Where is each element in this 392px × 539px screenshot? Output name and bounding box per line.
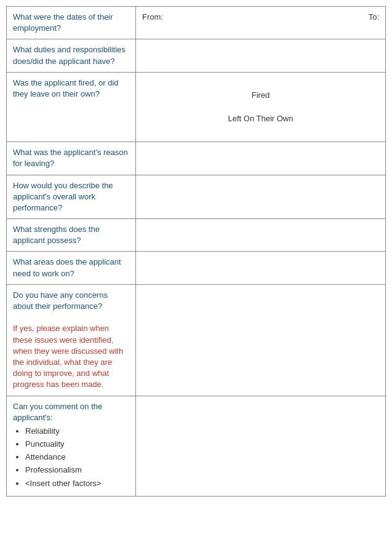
row-areas-improve: What areas does the applicant need to wo… <box>7 252 386 284</box>
question-reason-leaving: What was the applicant's reason for leav… <box>7 142 136 175</box>
question-areas-improve: What areas does the applicant need to wo… <box>7 252 136 284</box>
row-employment-dates: What were the dates of their employment?… <box>7 7 386 39</box>
to-label: To: <box>369 12 379 23</box>
answer-concerns <box>136 284 386 396</box>
comment-question: Can you comment on the applicant's: <box>13 402 102 422</box>
question-duties: What duties and responsibilities does/di… <box>7 39 136 72</box>
answer-duties <box>136 39 386 72</box>
from-label: From: <box>142 12 163 23</box>
answer-areas-improve <box>136 252 386 284</box>
answer-comment <box>136 396 386 496</box>
answer-work-performance <box>136 175 386 219</box>
bullet-professionalism: Professionalism <box>25 465 129 476</box>
question-fired-or-left: Was the applicant fired, or did they lea… <box>7 72 136 142</box>
from-to-container: From: To: <box>142 12 379 23</box>
comment-bullet-list: Reliability Punctuality Attendance Profe… <box>13 426 129 489</box>
bullet-reliability: Reliability <box>25 426 129 437</box>
question-employment-dates: What were the dates of their employment? <box>7 7 136 39</box>
row-fired-or-left: Was the applicant fired, or did they lea… <box>7 72 386 142</box>
answer-strengths <box>136 219 386 252</box>
row-strengths: What strengths does the applicant posses… <box>7 219 386 252</box>
question-comment: Can you comment on the applicant's: Reli… <box>7 396 136 496</box>
row-comment: Can you comment on the applicant's: Reli… <box>7 396 386 496</box>
question-work-performance: How would you describe the applicant's o… <box>7 175 136 219</box>
row-concerns: Do you have any concerns about their per… <box>7 284 386 396</box>
concerns-main-question: Do you have any concerns about their per… <box>13 290 108 311</box>
left-own-option: Left On Their Own <box>228 110 294 130</box>
answer-reason-leaving <box>136 142 386 175</box>
fired-options-container: Fired Left On Their Own <box>142 78 379 137</box>
concerns-extra-question: If yes, please explain when these issues… <box>13 324 123 389</box>
question-strengths: What strengths does the applicant posses… <box>7 219 136 252</box>
row-work-performance: How would you describe the applicant's o… <box>7 175 386 219</box>
row-duties: What duties and responsibilities does/di… <box>7 39 386 72</box>
answer-employment-dates: From: To: <box>136 7 386 39</box>
row-reason-leaving: What was the applicant's reason for leav… <box>7 142 386 175</box>
reference-form-table: What were the dates of their employment?… <box>6 6 386 497</box>
bullet-punctuality: Punctuality <box>25 439 129 450</box>
question-concerns: Do you have any concerns about their per… <box>7 284 136 396</box>
bullet-other-factors: <Insert other factors> <box>25 478 129 489</box>
answer-fired-or-left: Fired Left On Their Own <box>136 72 386 142</box>
bullet-attendance: Attendance <box>25 452 129 463</box>
fired-option: Fired <box>252 84 270 104</box>
